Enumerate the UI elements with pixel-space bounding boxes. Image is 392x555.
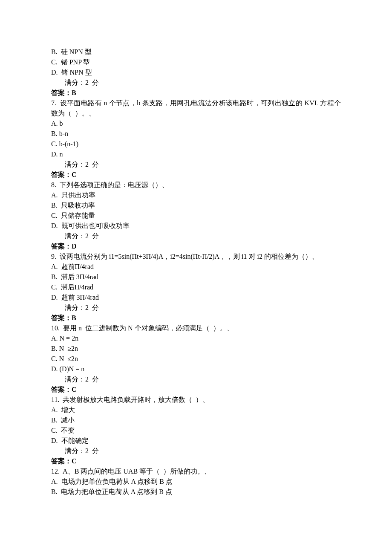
option-line: D. 既可供出也可吸收功率 xyxy=(51,221,341,231)
option-line: B. N ≥2n xyxy=(51,344,341,354)
option-line: B. 滞后 3Π/4rad xyxy=(51,272,341,282)
option-line: C. 锗 PNP 型 xyxy=(51,57,341,67)
option-line: D. (D)N = n xyxy=(51,364,341,374)
answer-line: 答案：B xyxy=(51,313,341,323)
answer-line: 答案：C xyxy=(51,456,341,466)
answer-line: 答案：B xyxy=(51,88,341,98)
option-line: A. 增大 xyxy=(51,405,341,415)
question-stem: 9. 设两电流分别为 i1=5sin(Πt+3Π/4)A，i2=4sin(Πt-… xyxy=(51,251,341,262)
option-line: A. N = 2n xyxy=(51,333,341,344)
option-line: B. b-n xyxy=(51,129,341,139)
question-stem: 10. 要用 n 位二进制数为 N 个对象编码，必须满足（ ）。、 xyxy=(51,323,341,333)
option-line: D. 超前 3Π/4rad xyxy=(51,292,341,303)
option-line: A. b xyxy=(51,119,341,129)
option-line: B. 减小 xyxy=(51,415,341,425)
option-line: A. 只供出功率 xyxy=(51,190,341,200)
option-line: A. 超前Π/4rad xyxy=(51,262,341,272)
option-line: A. 电场力把单位负电荷从 A 点移到 B 点 xyxy=(51,477,341,487)
option-line: D. 不能确定 xyxy=(51,436,341,446)
option-line: C. 只储存能量 xyxy=(51,211,341,221)
option-line: B. 只吸收功率 xyxy=(51,200,341,211)
option-line: C. 不变 xyxy=(51,425,341,436)
option-line: C. 滞后Π/4rad xyxy=(51,282,341,292)
option-line: B. 电场力把单位正电荷从 A 点移到 B 点 xyxy=(51,487,341,497)
option-line: B. 硅 NPN 型 xyxy=(51,47,341,57)
question-stem: 12. A、B 两点间的电压 UAB 等于（ ）所做的功。、 xyxy=(51,466,341,477)
document-page: B. 硅 NPN 型 C. 锗 PNP 型 D. 锗 NPN 型 满分：2 分 … xyxy=(0,0,392,555)
question-stem: 11. 共发射极放大电路负载开路时，放大倍数（ ）、 xyxy=(51,395,341,405)
score-line: 满分：2 分 xyxy=(51,231,341,241)
answer-line: 答案：D xyxy=(51,241,341,251)
answer-line: 答案：C xyxy=(51,384,341,395)
option-line: C. N ≤2n xyxy=(51,354,341,364)
question-stem: 7. 设平面电路有 n 个节点，b 条支路，用网孔电流法分析该电路时，可列出独立… xyxy=(51,98,341,119)
option-line: D. 锗 NPN 型 xyxy=(51,67,341,78)
option-line: D. n xyxy=(51,149,341,159)
score-line: 满分：2 分 xyxy=(51,159,341,170)
score-line: 满分：2 分 xyxy=(51,374,341,384)
score-line: 满分：2 分 xyxy=(51,446,341,456)
option-line: C. b-(n-1) xyxy=(51,139,341,149)
answer-line: 答案：C xyxy=(51,170,341,180)
score-line: 满分：2 分 xyxy=(51,78,341,88)
score-line: 满分：2 分 xyxy=(51,303,341,313)
question-stem: 8. 下列各选项正确的是：电压源（）、 xyxy=(51,180,341,190)
